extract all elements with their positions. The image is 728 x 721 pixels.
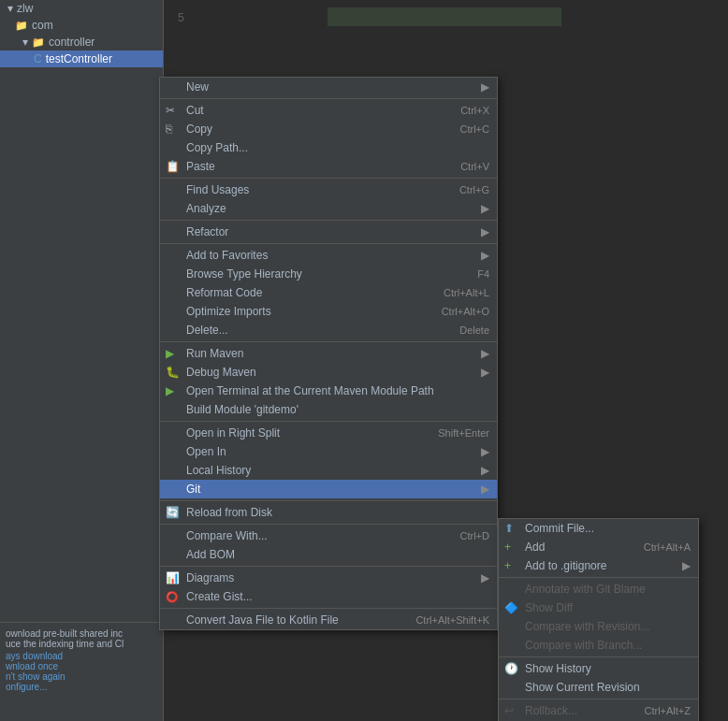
menu-item-run-maven[interactable]: ▶ Run Maven ▶ xyxy=(160,344,497,363)
menu-item-convert-kotlin[interactable]: Convert Java File to Kotlin File Ctrl+Al… xyxy=(160,611,497,629)
git-show-history[interactable]: 🕐 Show History xyxy=(499,659,698,678)
menu-item-diagrams[interactable]: 📊 Diagrams ▶ xyxy=(160,569,497,587)
delete-label: Delete... xyxy=(186,324,228,337)
terminal-icon: ▶ xyxy=(166,384,174,397)
menu-item-paste[interactable]: 📋 Paste Ctrl+V xyxy=(160,157,497,176)
folder-icon: 📁 xyxy=(15,20,28,32)
notification-line1: ownload pre-built shared inc xyxy=(6,628,153,639)
open-in-label: Open In xyxy=(186,445,226,458)
commit-icon: ⬆ xyxy=(504,522,514,535)
rollback-label: Rollback... xyxy=(525,704,577,717)
git-compare-revision[interactable]: Compare with Revision... xyxy=(499,617,698,636)
menu-item-debug-maven[interactable]: 🐛 Debug Maven ▶ xyxy=(160,363,497,382)
menu-item-find-usages[interactable]: Find Usages Ctrl+G xyxy=(160,180,497,199)
gist-icon: ⭕ xyxy=(166,591,179,603)
convert-label: Convert Java File to Kotlin File xyxy=(186,613,339,627)
git-show-diff[interactable]: 🔷 Show Diff xyxy=(499,598,698,617)
add-label: Add xyxy=(525,541,545,554)
git-annotate[interactable]: Annotate with Git Blame xyxy=(499,580,698,598)
paste-icon: 📋 xyxy=(166,160,180,173)
menu-item-browse-type[interactable]: Browse Type Hierarchy F4 xyxy=(160,265,497,283)
notification-link-4[interactable]: onfigure... xyxy=(6,682,153,692)
context-menu: New ▶ ✂ Cut Ctrl+X ⎘ Copy Ctrl+C Copy Pa… xyxy=(159,77,498,630)
convert-shortcut: Ctrl+Alt+Shift+K xyxy=(397,614,489,626)
cut-icon: ✂ xyxy=(166,104,175,117)
reformat-shortcut: Ctrl+Alt+L xyxy=(425,287,489,298)
menu-item-copy-path[interactable]: Copy Path... xyxy=(160,138,497,157)
tree-item-controller[interactable]: ▾ 📁 controller xyxy=(0,34,163,50)
copy-icon: ⎘ xyxy=(166,123,172,136)
new-label: New xyxy=(186,80,209,94)
run-maven-label: Run Maven xyxy=(186,347,243,360)
divider xyxy=(160,178,497,179)
arrow-icon: ▶ xyxy=(481,483,489,496)
show-history-label: Show History xyxy=(525,662,591,675)
browse-type-label: Browse Type Hierarchy xyxy=(186,267,302,281)
notification-link-3[interactable]: n't show again xyxy=(6,671,153,682)
menu-item-git[interactable]: Git ▶ xyxy=(160,480,497,498)
git-add[interactable]: + Add Ctrl+Alt+A xyxy=(499,538,698,556)
compare-revision-label: Compare with Revision... xyxy=(525,620,649,633)
arrow-icon: ▶ xyxy=(481,464,489,477)
build-module-label: Build Module 'gitdemo' xyxy=(186,403,298,416)
notification-line2: uce the indexing time and Cl xyxy=(6,639,153,649)
tree-item-zlw[interactable]: ▾ zlw xyxy=(0,0,163,17)
add-shortcut: Ctrl+Alt+A xyxy=(625,541,691,553)
folder-icon: 📁 xyxy=(32,36,45,49)
git-rollback[interactable]: ↩ Rollback... Ctrl+Alt+Z xyxy=(499,701,698,720)
git-show-current[interactable]: Show Current Revision xyxy=(499,678,698,697)
compare-branch-label: Compare with Branch... xyxy=(525,639,642,652)
menu-item-refactor[interactable]: Refactor ▶ xyxy=(160,223,497,241)
menu-item-reload[interactable]: 🔄 Reload from Disk xyxy=(160,503,497,522)
menu-item-copy[interactable]: ⎘ Copy Ctrl+C xyxy=(160,120,497,138)
menu-item-add-bom[interactable]: Add BOM xyxy=(160,545,497,564)
notification-link-1[interactable]: ays download xyxy=(6,651,153,661)
analyze-label: Analyze xyxy=(186,202,226,215)
menu-item-open-in[interactable]: Open In ▶ xyxy=(160,442,497,461)
arrow-icon: ▶ xyxy=(481,80,489,94)
menu-item-new[interactable]: New ▶ xyxy=(160,78,497,96)
reformat-label: Reformat Code xyxy=(186,286,262,299)
rollback-shortcut: Ctrl+Alt+Z xyxy=(625,705,691,716)
menu-item-reformat[interactable]: Reformat Code Ctrl+Alt+L xyxy=(160,283,497,302)
menu-item-open-right[interactable]: Open in Right Split Shift+Enter xyxy=(160,424,497,442)
add-bom-label: Add BOM xyxy=(186,548,235,561)
history-icon: 🕐 xyxy=(504,662,518,675)
git-compare-branch[interactable]: Compare with Branch... xyxy=(499,636,698,655)
arrow-icon: ▶ xyxy=(481,225,489,238)
menu-item-local-history[interactable]: Local History ▶ xyxy=(160,461,497,480)
find-usages-label: Find Usages xyxy=(186,183,249,196)
menu-item-optimize[interactable]: Optimize Imports Ctrl+Alt+O xyxy=(160,302,497,321)
divider xyxy=(499,577,698,578)
git-commit-file[interactable]: ⬆ Commit File... xyxy=(499,519,698,538)
arrow-icon: ▶ xyxy=(481,202,489,215)
menu-item-open-terminal[interactable]: ▶ Open Terminal at the Current Maven Mod… xyxy=(160,382,497,400)
divider xyxy=(160,608,497,609)
debug-maven-label: Debug Maven xyxy=(186,366,256,379)
git-add-gitignore[interactable]: + Add to .gitignore ▶ xyxy=(499,556,698,575)
divider xyxy=(160,341,497,342)
find-shortcut: Ctrl+G xyxy=(441,184,489,195)
file-icon: C xyxy=(34,52,42,65)
tree-item-testcontroller[interactable]: C testController xyxy=(0,50,163,67)
add-icon: + xyxy=(504,541,511,554)
tree-item-com[interactable]: 📁 com xyxy=(0,17,163,34)
menu-item-build-module[interactable]: Build Module 'gitdemo' xyxy=(160,400,497,419)
menu-item-analyze[interactable]: Analyze ▶ xyxy=(160,199,497,218)
project-tree: ▾ zlw 📁 com ▾ 📁 controller C testControl… xyxy=(0,0,164,721)
divider xyxy=(160,566,497,567)
menu-item-create-gist[interactable]: ⭕ Create Gist... xyxy=(160,587,497,606)
menu-item-favorites[interactable]: Add to Favorites ▶ xyxy=(160,246,497,265)
notification-link-2[interactable]: wnload once xyxy=(6,661,153,671)
copy-label: Copy xyxy=(186,123,212,136)
rollback-icon: ↩ xyxy=(504,704,514,717)
arrow-icon: ▶ xyxy=(481,249,489,262)
commit-label: Commit File... xyxy=(525,522,594,535)
open-right-label: Open in Right Split xyxy=(186,426,280,440)
menu-item-compare[interactable]: Compare With... Ctrl+D xyxy=(160,526,497,545)
menu-item-delete[interactable]: Delete... Delete xyxy=(160,321,497,339)
expand-icon: ▾ xyxy=(22,36,28,49)
divider xyxy=(160,98,497,99)
divider xyxy=(160,421,497,422)
menu-item-cut[interactable]: ✂ Cut Ctrl+X xyxy=(160,101,497,120)
